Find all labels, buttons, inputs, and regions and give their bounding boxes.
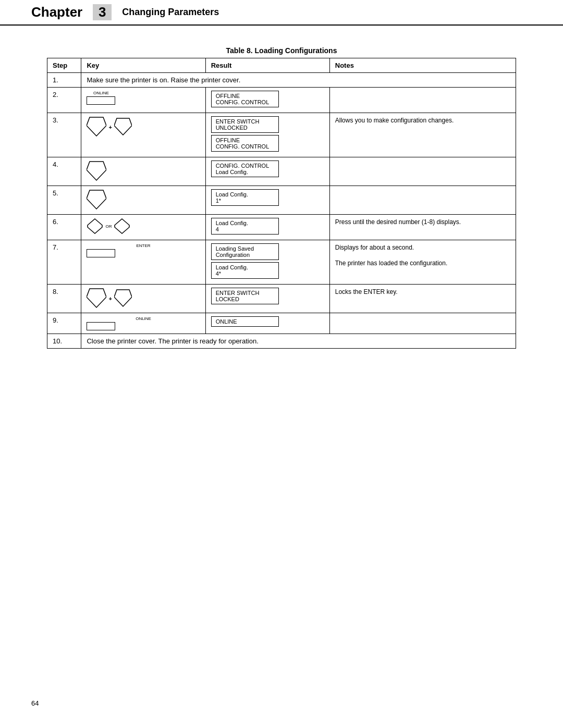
- key-cell: ONLINE: [81, 313, 205, 334]
- result-cell: ONLINE: [205, 313, 329, 334]
- table-row: 10. Close the printer cover. The printer…: [47, 334, 516, 349]
- key-area: [87, 161, 200, 182]
- result-box: ONLINE: [211, 316, 279, 327]
- svg-marker-4: [88, 219, 102, 233]
- result-box-loadconfig: Load Config.4*: [211, 262, 279, 279]
- result-box: CONFIG. CONTROLLoad Config.: [211, 161, 279, 177]
- notes-cell: Press until the desired number (1-8) dis…: [329, 215, 516, 240]
- key-cell: ENTER: [81, 240, 205, 285]
- shield-icon: [87, 288, 106, 310]
- notes-text-1: Displays for about a second.: [335, 244, 414, 251]
- step-text: Make sure the printer is on. Raise the p…: [81, 73, 516, 88]
- result-cell: ENTER SWITCHLOCKED: [205, 285, 329, 313]
- left-arrow-icon: [87, 218, 103, 235]
- step-num: 8.: [47, 285, 81, 313]
- notes-cell: Allows you to make configuration changes…: [329, 113, 516, 157]
- online-button-9: ONLINE: [87, 316, 200, 330]
- plus-icon: +: [108, 295, 112, 302]
- or-label: OR: [105, 224, 112, 229]
- svg-marker-1: [114, 118, 132, 135]
- key-area: +: [87, 288, 200, 310]
- key-area: ONLINE: [87, 91, 200, 105]
- step-num: 6.: [47, 215, 81, 240]
- result-box-2: OFFLINECONFIG. CONTROL: [211, 135, 279, 152]
- header-notes: Notes: [329, 58, 516, 73]
- shield-icon: [87, 189, 106, 211]
- table-title: Table 8. Loading Configurations: [0, 46, 563, 55]
- result-box: OFFLINECONFIG. CONTROL: [211, 91, 279, 107]
- table-header-row: Step Key Result Notes: [47, 58, 516, 73]
- key-cell: OR: [81, 215, 205, 240]
- notes-text: Allows you to make configuration changes…: [335, 117, 454, 124]
- result-cell: Load Config.4: [205, 215, 329, 240]
- header-step: Step: [47, 58, 81, 73]
- key-cell: +: [81, 113, 205, 157]
- key-area: [87, 189, 200, 211]
- step-num: 4.: [47, 157, 81, 186]
- notes-text-2: The printer has loaded the configuration…: [335, 260, 447, 267]
- notes-cell: [329, 313, 516, 334]
- key-area: +: [87, 116, 200, 138]
- page: Chapter 3 Changing Parameters Table 8. L…: [0, 0, 563, 728]
- key-area: OR: [87, 218, 200, 235]
- table-row: 9. ONLINE ONLINE: [47, 313, 516, 334]
- down-shield-icon: [114, 117, 132, 137]
- notes-cell: Displays for about a second. The printer…: [329, 240, 516, 285]
- table-row: 6. OR Lo: [47, 215, 516, 240]
- notes-text: Locks the ENTER key.: [335, 288, 398, 295]
- result-box: Load Config.1*: [211, 189, 279, 206]
- step-num: 1.: [47, 73, 81, 88]
- table-row: 8. + ENTER SWITCHLOCKED: [47, 285, 516, 313]
- page-number: 64: [31, 699, 39, 707]
- header-key: Key: [81, 58, 205, 73]
- plus-icon: +: [108, 124, 112, 130]
- result-box-loading: Loading SavedConfiguration: [211, 243, 279, 260]
- enter-key-box: [87, 249, 115, 257]
- key-cell: +: [81, 285, 205, 313]
- result-cell: ENTER SWITCHUNLOCKED OFFLINECONFIG. CONT…: [205, 113, 329, 157]
- chapter-header: Chapter 3 Changing Parameters: [0, 0, 563, 26]
- svg-marker-5: [115, 219, 129, 233]
- down-shield-icon: [114, 289, 132, 309]
- step-num: 9.: [47, 313, 81, 334]
- table-row: 1. Make sure the printer is on. Raise th…: [47, 73, 516, 88]
- result-box: ENTER SWITCHLOCKED: [211, 288, 279, 304]
- step-num: 2.: [47, 88, 81, 113]
- svg-marker-6: [87, 289, 106, 307]
- step-text: Close the printer cover. The printer is …: [81, 334, 516, 349]
- notes-text: Press until the desired number (1-8) dis…: [335, 218, 461, 226]
- enter-button: ENTER: [87, 243, 200, 257]
- shield-icon: [87, 161, 106, 182]
- svg-marker-3: [87, 190, 106, 209]
- main-table: Step Key Result Notes 1. Make sure the p…: [47, 58, 516, 349]
- step-num: 5.: [47, 186, 81, 215]
- step-num: 10.: [47, 334, 81, 349]
- table-row: 2. ONLINE OFFLINECONFIG. CONTROL: [47, 88, 516, 113]
- key-cell: ONLINE: [81, 88, 205, 113]
- chapter-number: 3: [93, 4, 112, 20]
- right-arrow-icon: [114, 218, 130, 235]
- online-button: ONLINE: [87, 91, 115, 105]
- step-num: 7.: [47, 240, 81, 285]
- svg-marker-7: [114, 290, 132, 306]
- notes-cell: Locks the ENTER key.: [329, 285, 516, 313]
- result-box: Load Config.4: [211, 218, 279, 235]
- table-row: 5. Load Config.1*: [47, 186, 516, 215]
- header-result: Result: [205, 58, 329, 73]
- notes-cell: [329, 186, 516, 215]
- online-key-box: [87, 96, 115, 105]
- table-row: 4. CONFIG. CONTROLLoad Config.: [47, 157, 516, 186]
- online-key-box-9: [87, 322, 115, 330]
- chapter-word: Chapter: [31, 4, 82, 20]
- svg-marker-2: [87, 162, 106, 180]
- shield-icon: [87, 116, 106, 138]
- result-cell: CONFIG. CONTROLLoad Config.: [205, 157, 329, 186]
- step-num: 3.: [47, 113, 81, 157]
- result-cell: OFFLINECONFIG. CONTROL: [205, 88, 329, 113]
- svg-marker-0: [87, 117, 106, 136]
- result-cell: Loading SavedConfiguration Load Config.4…: [205, 240, 329, 285]
- notes-cell: [329, 88, 516, 113]
- key-cell: [81, 157, 205, 186]
- result-box-1: ENTER SWITCHUNLOCKED: [211, 116, 279, 133]
- key-cell: [81, 186, 205, 215]
